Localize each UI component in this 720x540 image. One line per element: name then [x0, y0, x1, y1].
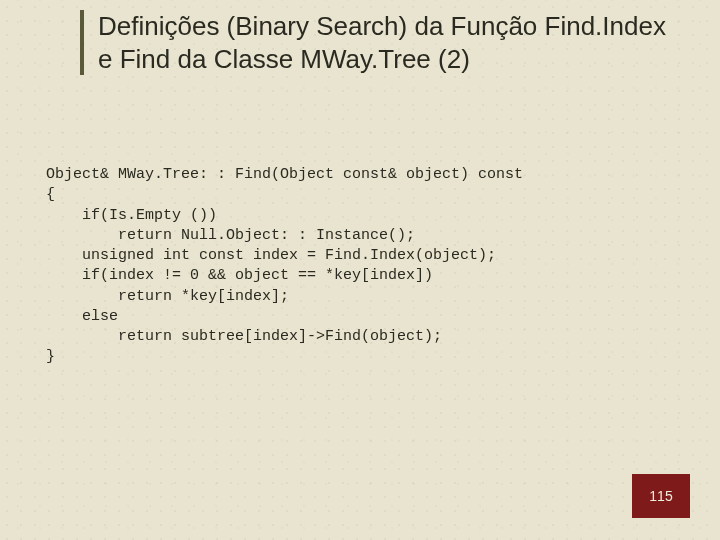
slide-title: Definições (Binary Search) da Função Fin…	[98, 10, 680, 75]
page-number: 115	[649, 488, 672, 504]
page-number-badge: 115	[632, 474, 690, 518]
code-block: Object& MWay.Tree: : Find(Object const& …	[46, 165, 674, 368]
title-block: Definições (Binary Search) da Função Fin…	[80, 10, 680, 75]
